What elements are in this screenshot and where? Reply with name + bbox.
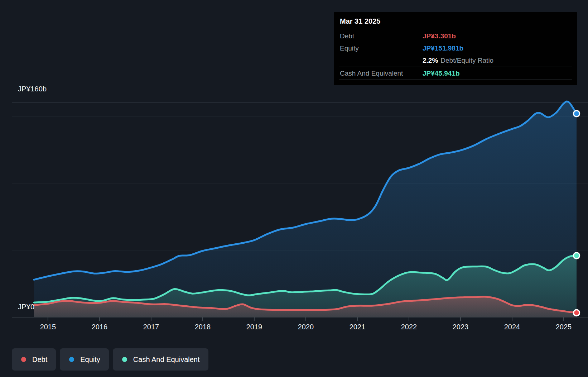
tooltip-cash-label: Cash And Equivalent — [340, 70, 403, 77]
x-tick-label-2019: 2019 — [246, 323, 262, 331]
equity-dot-icon — [69, 357, 74, 362]
x-tick-label-2023: 2023 — [453, 323, 469, 331]
x-tick-label-2024: 2024 — [504, 323, 520, 331]
tooltip-equity-label: Equity — [340, 44, 359, 52]
y-axis-max-label: JP¥160b — [18, 85, 47, 93]
tooltip-ratio-value: 2.2% — [423, 57, 438, 64]
x-tick-label-2020: 2020 — [298, 323, 314, 331]
legend-cash-label: Cash And Equivalent — [133, 355, 200, 364]
x-tick-label-2018: 2018 — [195, 323, 211, 331]
tooltip-row-ratio: 2.2%Debt/Equity Ratio — [334, 54, 577, 67]
debt-equity-history-chart: JP¥160b JP¥0 201520162017201820192020202… — [0, 0, 588, 377]
tooltip-date: Mar 31 2025 — [334, 12, 577, 30]
debt-end-marker[interactable] — [574, 310, 580, 316]
debt-dot-icon — [21, 357, 26, 362]
tooltip-separator — [339, 80, 572, 80]
legend-equity-label: Equity — [80, 355, 100, 364]
legend-item-cash[interactable]: Cash And Equivalent — [113, 348, 208, 371]
tooltip-cash-value: JP¥45.941b — [423, 70, 460, 77]
tooltip-debt-label: Debt — [340, 32, 354, 40]
tooltip-row-equity: Equity JP¥151.981b — [334, 42, 577, 54]
x-tick-label-2015: 2015 — [40, 323, 56, 331]
cash-dot-icon — [122, 357, 127, 362]
x-tick-label-2025: 2025 — [556, 323, 572, 331]
chart-legend: Debt Equity Cash And Equivalent — [12, 348, 208, 371]
tooltip-ratio-label: Debt/Equity Ratio — [440, 57, 493, 64]
x-tick-label-2021: 2021 — [350, 323, 366, 331]
x-tick-label-2017: 2017 — [143, 323, 159, 331]
tooltip-equity-value: JP¥151.981b — [423, 44, 463, 52]
legend-item-equity[interactable]: Equity — [60, 348, 109, 371]
legend-debt-label: Debt — [32, 355, 47, 364]
tooltip-ratio: 2.2%Debt/Equity Ratio — [423, 57, 493, 65]
chart-tooltip: Mar 31 2025 Debt JP¥3.301b Equity JP¥151… — [334, 12, 577, 85]
y-axis-zero-label: JP¥0 — [18, 303, 34, 311]
tooltip-row-debt: Debt JP¥3.301b — [334, 30, 577, 42]
x-tick-label-2022: 2022 — [401, 323, 417, 331]
x-tick-label-2016: 2016 — [92, 323, 108, 331]
tooltip-row-cash: Cash And Equivalent JP¥45.941b — [334, 67, 577, 80]
legend-item-debt[interactable]: Debt — [12, 348, 56, 371]
equity-end-marker[interactable] — [574, 110, 580, 116]
cash-end-marker[interactable] — [574, 253, 580, 259]
tooltip-debt-value: JP¥3.301b — [423, 32, 456, 40]
